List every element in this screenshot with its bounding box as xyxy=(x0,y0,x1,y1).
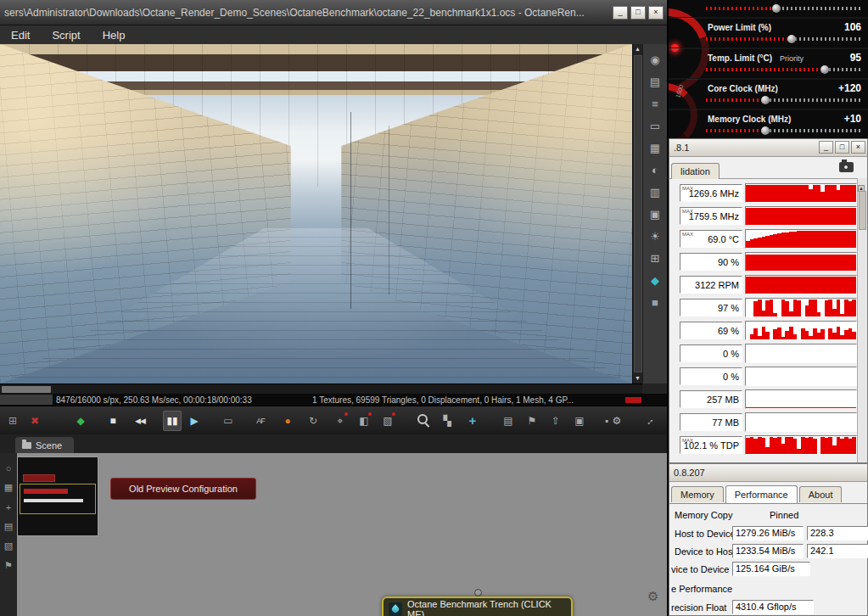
ne-move-icon[interactable]: + xyxy=(1,497,16,517)
sensor-row: 3122 RPM xyxy=(669,273,867,296)
render-target-icon[interactable]: ◉ xyxy=(645,48,665,70)
oc-slider-knob[interactable] xyxy=(772,4,781,13)
ne-layers-icon[interactable]: ▤ xyxy=(1,517,16,536)
ne-grid-icon[interactable]: ▦ xyxy=(1,478,16,497)
sensor-graph xyxy=(745,183,857,203)
export-render-icon[interactable]: ⇧ xyxy=(546,411,565,431)
menubar: Edit Script Help xyxy=(0,25,667,45)
oc-slider-knob[interactable] xyxy=(761,96,770,104)
postproc-node-icon[interactable]: ▥ xyxy=(645,181,665,203)
render-toolbar-icons: ⊞✖◆■◀◀▮▮▶▭AF●↻⌖◧▧▚+▤⚑⇧▣▪ xyxy=(3,411,616,431)
octane-window: sers\Administrator\Downloads\Octane_Rend… xyxy=(0,0,667,616)
rendered-scene[interactable] xyxy=(0,44,632,384)
daylight-node-icon[interactable]: ☀ xyxy=(645,225,665,247)
bench-tab-performance[interactable]: Performance xyxy=(725,485,798,503)
bench-tab-memory[interactable]: Memory xyxy=(671,486,724,502)
menu-script[interactable]: Script xyxy=(41,29,91,42)
fullscreen-toggle-icon[interactable]: ↔ xyxy=(636,407,664,435)
oc-slider-knob[interactable] xyxy=(820,65,829,74)
gpuz-titlebar[interactable]: .8.1 _ □ × xyxy=(669,139,867,157)
oc-slider-knob[interactable] xyxy=(787,35,796,43)
film-region-icon[interactable]: ▚ xyxy=(438,411,456,431)
octane-material-icon[interactable]: ◆ xyxy=(645,269,665,291)
node-outline-icon[interactable]: ≡ xyxy=(645,92,665,115)
play-render-icon[interactable]: ▶ xyxy=(185,411,204,431)
render-region-icon[interactable]: + xyxy=(463,411,482,431)
close-button[interactable]: × xyxy=(851,141,865,154)
oc-slider-knob[interactable] xyxy=(761,126,770,135)
scrollbar-thumb[interactable] xyxy=(2,386,51,393)
imager-node-icon[interactable]: ◐ xyxy=(645,159,665,181)
camera-orbit-icon[interactable]: ↻ xyxy=(304,411,322,431)
picture-node-icon[interactable]: ▣ xyxy=(645,203,665,225)
material-picker-icon[interactable]: ▧ xyxy=(378,411,397,431)
ne-flag-icon[interactable]: ⚑ xyxy=(1,556,16,575)
render-passes-icon[interactable]: ▣ xyxy=(570,411,589,431)
minimap-node xyxy=(23,474,55,482)
scrollbar-thumb[interactable] xyxy=(634,55,642,372)
environment-node-icon[interactable]: ⊞ xyxy=(645,247,665,269)
oc-slider-track[interactable] xyxy=(706,3,862,14)
render-settings-wrench-icon[interactable]: ⚙ xyxy=(608,411,626,431)
copy-node-icon[interactable]: ▤ xyxy=(645,70,665,92)
abort-render-icon[interactable]: ✖ xyxy=(25,411,44,431)
restart-render-icon[interactable]: ◀◀ xyxy=(131,411,149,431)
film-settings-icon[interactable]: ▦ xyxy=(645,137,665,159)
gpuz-scrollbar[interactable]: ▲ xyxy=(857,178,867,462)
sensor-graph xyxy=(745,298,857,317)
memory-copy-section-label: Memory Copy xyxy=(675,510,732,520)
bench-tab-about[interactable]: About xyxy=(799,486,843,502)
material-ball-icon[interactable]: ● xyxy=(278,411,297,431)
menu-edit[interactable]: Edit xyxy=(0,29,41,42)
af-filter-icon[interactable]: AF xyxy=(251,411,270,431)
minimize-button[interactable]: _ xyxy=(613,6,628,20)
scene-tab-strip: Scene xyxy=(0,434,667,453)
white-balance-picker-icon[interactable]: ◧ xyxy=(355,411,373,431)
oc-slider-value: 95 xyxy=(850,52,861,64)
pause-render-icon[interactable]: ▮▮ xyxy=(163,411,182,431)
node-graph-minimap[interactable] xyxy=(17,456,98,536)
render-display-icon[interactable]: ▭ xyxy=(219,411,238,431)
node-editor-wrench-icon[interactable]: ⚙ xyxy=(647,589,658,604)
screenshot-camera-icon[interactable] xyxy=(839,162,854,172)
octane-benchmark-trench-node[interactable]: Octane Benchmark Trench (CLICK ME) xyxy=(382,596,573,616)
save-render-icon[interactable]: ⚑ xyxy=(523,411,541,431)
sensor-graph xyxy=(745,206,857,226)
viewport-vertical-scrollbar[interactable]: ▲ ▼ xyxy=(632,44,642,384)
tab-validation[interactable]: lidation xyxy=(671,163,720,179)
tab-scene[interactable]: Scene xyxy=(15,437,74,453)
node-connector-dot[interactable] xyxy=(474,589,482,596)
node-graph-editor[interactable]: ○▦+▤▧⚑ Old Preview Configuration Octane … xyxy=(0,453,667,616)
oc-slider-label: Memory Clock (MHz) xyxy=(708,115,791,124)
sensor-value: MAX1269.6 MHz xyxy=(680,184,742,202)
scroll-down-icon[interactable]: ▼ xyxy=(635,373,641,384)
scrollbar-thumb[interactable] xyxy=(859,191,866,230)
oc-slider-track[interactable] xyxy=(706,64,862,75)
stop-render-icon[interactable]: ■ xyxy=(104,411,122,431)
precision-float-value: 4310.4 Gflop/s xyxy=(732,600,814,614)
restore-button[interactable]: □ xyxy=(835,141,849,154)
menu-help[interactable]: Help xyxy=(92,29,137,42)
copy-render-icon[interactable]: ▤ xyxy=(499,411,518,431)
octane-titlebar[interactable]: sers\Administrator\Downloads\Octane_Rend… xyxy=(0,0,667,25)
oc-slider-track[interactable] xyxy=(706,126,862,136)
oc-slider-track[interactable] xyxy=(706,95,862,105)
ne-zoom-icon[interactable]: ○ xyxy=(1,458,16,478)
render-viewport[interactable]: ▲ ▼ xyxy=(0,44,642,384)
close-button[interactable]: × xyxy=(648,6,664,20)
viewport-layout-icon[interactable]: ⊞ xyxy=(3,411,22,431)
bench-titlebar[interactable]: 0.8.207 xyxy=(669,464,867,482)
oc-slider-track[interactable] xyxy=(706,34,862,44)
old-preview-configuration-node[interactable]: Old Preview Configuration xyxy=(110,478,256,500)
maximize-button[interactable]: □ xyxy=(630,6,646,20)
octane-logo-icon[interactable]: ◆ xyxy=(71,411,90,431)
oc-slider-row xyxy=(669,0,868,14)
oc-slider-row: Core Clock (MHz)+120 xyxy=(669,78,868,105)
ne-group-icon[interactable]: ▧ xyxy=(1,536,16,556)
minimize-button[interactable]: _ xyxy=(819,141,833,154)
scroll-up-icon[interactable]: ▲ xyxy=(635,44,641,54)
display-node-icon[interactable]: ▭ xyxy=(645,115,665,137)
geometry-node-icon[interactable]: ■ xyxy=(645,291,665,313)
focus-picker-icon[interactable]: ⌖ xyxy=(331,411,350,431)
zoom-tool-icon[interactable] xyxy=(414,411,433,431)
